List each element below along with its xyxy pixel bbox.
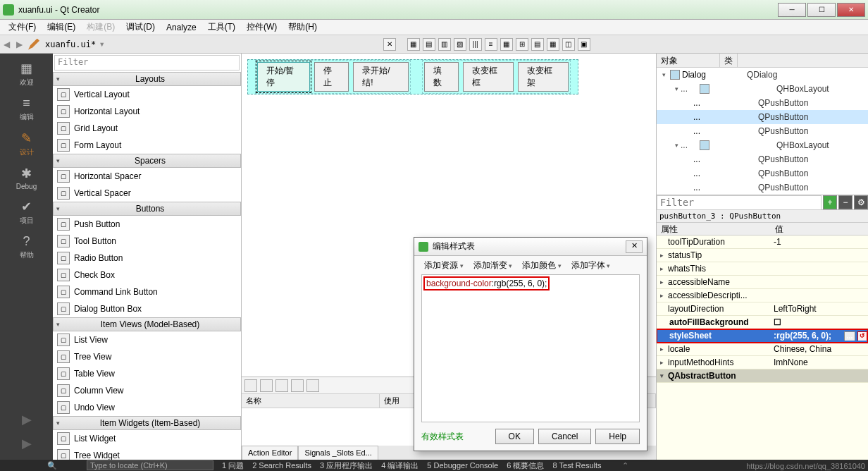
prop-row[interactable]: toolTipDuration-1: [657, 236, 868, 249]
objtree-col-class[interactable]: 类: [720, 54, 738, 67]
expand-icon[interactable]: ▾: [659, 71, 668, 78]
widget-category[interactable]: Layouts: [53, 72, 241, 86]
nav-back-icon[interactable]: ◀: [0, 39, 13, 49]
objtree-row[interactable]: ...QPushButton: [657, 166, 868, 181]
file-dropdown-icon[interactable]: ▼: [99, 41, 105, 48]
status-item[interactable]: 3 应用程序输出: [320, 461, 373, 470]
dialog-menu[interactable]: 添加字体: [569, 258, 614, 273]
widget-item[interactable]: ▢Tree View: [53, 348, 241, 365]
locator-input[interactable]: Type to locate (Ctrl+K): [87, 460, 213, 470]
status-item[interactable]: 8 Test Results: [552, 461, 601, 470]
layout-hlines-icon[interactable]: |||: [469, 38, 482, 51]
form-button[interactable]: 改变框框: [463, 62, 514, 92]
search-icon[interactable]: 🔍: [4, 461, 57, 470]
prop-row[interactable]: ▸inputMethodHintsImhNone: [657, 356, 868, 369]
objtree-row[interactable]: ▾DialogQDialog: [657, 68, 868, 82]
layout-icon-1[interactable]: ▦: [407, 38, 420, 51]
status-item[interactable]: 2 Search Results: [252, 461, 311, 470]
objtree-row[interactable]: ▾...QHBoxLayout: [657, 82, 868, 96]
expand-icon[interactable]: ▾: [672, 142, 681, 149]
mode-Debug[interactable]: ✱Debug: [6, 161, 48, 195]
status-item[interactable]: 1 问题: [222, 461, 244, 470]
mode-欢迎[interactable]: ▦欢迎: [6, 56, 48, 92]
dialog-menu[interactable]: 添加颜色: [519, 258, 564, 273]
minimize-button[interactable]: ─: [778, 3, 806, 17]
action-header[interactable]: 名称: [242, 394, 380, 408]
prop-row[interactable]: ▸localeChinese, China: [657, 343, 868, 356]
widget-item[interactable]: ▢Grid Layout: [53, 120, 241, 137]
form-button[interactable]: 开始/暂停: [257, 62, 310, 92]
layout-dots-icon[interactable]: ▦: [547, 38, 559, 51]
widget-item[interactable]: ▢Horizontal Layout: [53, 103, 241, 120]
mode-项目[interactable]: ✔项目: [6, 195, 48, 230]
wrench-icon[interactable]: [306, 379, 319, 392]
objtree-row[interactable]: ...QPushButton: [657, 152, 868, 166]
delete-action-icon[interactable]: [291, 379, 304, 392]
expand-icon[interactable]: ▾: [672, 85, 681, 92]
edit-dots-button[interactable]: ...: [844, 331, 855, 341]
widget-item[interactable]: ▢Check Box: [53, 267, 241, 283]
prop-row[interactable]: layoutDirectionLeftToRight: [657, 302, 868, 316]
objtree-row[interactable]: ▾...QHBoxLayout: [657, 138, 868, 152]
paste-action-icon[interactable]: [275, 379, 288, 392]
form-button[interactable]: 录开始/结!: [353, 62, 409, 92]
objtree-row[interactable]: ...QPushButton: [657, 110, 868, 124]
remove-prop-icon[interactable]: −: [838, 195, 852, 209]
objtree-row[interactable]: ...QPushButton: [657, 124, 868, 138]
add-prop-icon[interactable]: +: [823, 195, 837, 209]
propcol-value[interactable]: 值: [771, 223, 788, 235]
adjust-size-icon[interactable]: ◫: [562, 38, 575, 51]
widget-item[interactable]: ▢Form Layout: [53, 137, 241, 154]
widget-item[interactable]: ▢Horizontal Spacer: [53, 168, 241, 185]
prop-row[interactable]: ▸whatsThis: [657, 262, 868, 276]
menu-b[interactable]: 构建(B): [81, 20, 120, 35]
mode-设计[interactable]: ✎设计: [6, 126, 48, 161]
objtree-row[interactable]: ...QPushButton: [657, 181, 868, 195]
form-button[interactable]: 改变框架: [518, 62, 569, 92]
dialog-help-button[interactable]: Help: [595, 429, 640, 444]
nav-fwd-icon[interactable]: ▶: [13, 39, 25, 49]
menu-f[interactable]: 文件(F): [3, 20, 42, 35]
objtree-row[interactable]: ...QPushButton: [657, 96, 868, 110]
status-item[interactable]: 5 Debugger Console: [427, 461, 498, 470]
widget-item[interactable]: ▢Command Link Button: [53, 283, 241, 300]
widget-item[interactable]: ▢Tree Widget: [53, 447, 241, 461]
widget-item[interactable]: ▢List Widget: [53, 430, 241, 447]
form-button[interactable]: 填数: [424, 62, 459, 92]
prop-row[interactable]: ▸accessibleDescripti...: [657, 289, 868, 302]
current-file[interactable]: xuanfu.ui*: [42, 39, 99, 49]
widget-item[interactable]: ▢Dialog Button Box: [53, 300, 241, 317]
widget-item[interactable]: ▢Table View: [53, 365, 241, 382]
run-debug-button[interactable]: ▶: [6, 432, 48, 455]
close-button[interactable]: ✕: [837, 3, 865, 17]
stylesheet-editor[interactable]: background-color:rgb(255, 6, 0);: [421, 274, 640, 422]
dialog-close-button[interactable]: ✕: [626, 240, 643, 253]
close-file-icon[interactable]: ✕: [383, 38, 396, 51]
dialog-menu[interactable]: 添加渐变: [471, 258, 516, 273]
widget-item[interactable]: ▢Vertical Spacer: [53, 185, 241, 202]
layout-vlines-icon[interactable]: ≡: [485, 38, 497, 51]
bottom-tab[interactable]: Action Editor: [242, 446, 298, 461]
propcol-name[interactable]: 属性: [657, 223, 771, 235]
dialog-cancel-button[interactable]: Cancel: [538, 429, 591, 444]
maximize-button[interactable]: ☐: [807, 3, 836, 17]
menu-h[interactable]: 帮助(H): [283, 20, 323, 35]
bottom-tab[interactable]: Signals _Slots Ed...: [298, 446, 378, 461]
widget-item[interactable]: ▢Vertical Layout: [53, 86, 241, 103]
hbox-right[interactable]: 填数改变框框改变框架: [422, 60, 571, 94]
menu-t[interactable]: 工具(T): [202, 20, 241, 35]
widget-category[interactable]: Spacers: [53, 154, 241, 168]
layout-grid-icon[interactable]: ▦: [500, 38, 513, 51]
mode-帮助[interactable]: ?帮助: [6, 230, 48, 264]
layout-icon-3[interactable]: ▥: [438, 38, 451, 51]
status-expand-icon[interactable]: ⌃: [619, 461, 633, 470]
widgetbox-filter[interactable]: Filter: [54, 55, 240, 71]
new-action-icon[interactable]: [244, 379, 257, 392]
run-button[interactable]: ▶: [6, 408, 48, 432]
widget-item[interactable]: ▢Column View: [53, 382, 241, 399]
prop-row[interactable]: ▸statusTip: [657, 249, 868, 262]
dialog-menu[interactable]: 添加资源: [421, 258, 466, 273]
layout-form-icon[interactable]: ▤: [531, 38, 544, 51]
menu-w[interactable]: 控件(W): [241, 20, 283, 35]
property-table[interactable]: toolTipDuration-1▸statusTip▸whatsThis▸ac…: [657, 236, 868, 461]
